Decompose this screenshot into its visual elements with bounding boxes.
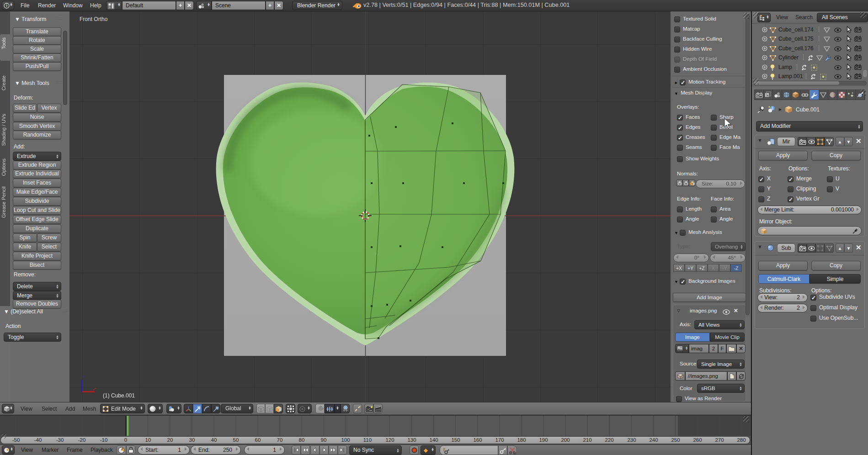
svg-text:i: i — [6, 3, 7, 8]
svg-text:z: z — [83, 375, 85, 379]
